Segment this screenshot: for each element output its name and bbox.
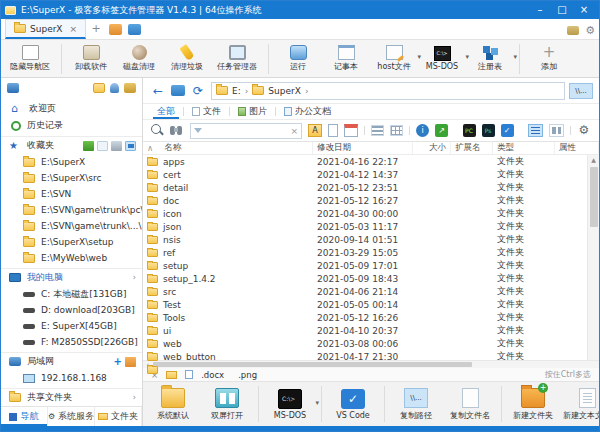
back-button[interactable]: ←: [149, 84, 167, 98]
file-row[interactable]: src2021-04-06 21:14文件夹: [143, 285, 587, 298]
paste-chip-icon[interactable]: [185, 370, 193, 379]
sidebar-section-lan[interactable]: 局域网+: [1, 352, 142, 370]
ribbon-button-hide-nav[interactable]: 隐藏导航区: [5, 41, 55, 77]
filter-input[interactable]: [205, 126, 287, 135]
scroll-up-icon[interactable]: ▲: [591, 155, 596, 165]
refresh-button[interactable]: ⟳: [189, 84, 207, 98]
filter-tab-all[interactable]: 全部: [153, 104, 179, 119]
breadcrumb-segment[interactable]: SuperX›: [252, 86, 308, 96]
new-tab-button[interactable]: +: [86, 19, 106, 39]
folder-snapshot-icon[interactable]: [128, 24, 141, 35]
list-view-icon[interactable]: [371, 125, 384, 136]
quick-button-copy-filename[interactable]: 复制文件名: [444, 383, 496, 425]
copy-icon[interactable]: [97, 141, 108, 151]
filter-tab-doc[interactable]: 文件: [188, 104, 225, 119]
sidebar-item[interactable]: E:\SVN\game\trunk\...\application: [1, 218, 142, 234]
breadcrumb-segment[interactable]: E:›: [216, 86, 248, 96]
ribbon-button-clean-junk[interactable]: 清理垃圾: [164, 41, 210, 77]
user-icon[interactable]: [110, 83, 119, 93]
tile-view-toggle[interactable]: [549, 124, 564, 137]
calendar-search-icon[interactable]: [344, 124, 358, 137]
sidebar-section-my-computer[interactable]: 我的电脑›: [1, 268, 142, 286]
chevron-right-icon[interactable]: ›: [305, 86, 309, 96]
quick-button-new-folder[interactable]: 新建文件夹: [507, 383, 559, 425]
file-row[interactable]: cert2021-04-12 14:37文件夹: [143, 168, 587, 181]
sidebar-item-history[interactable]: 历史记录: [1, 117, 142, 134]
sidebar-item[interactable]: D: download[203GB]: [1, 302, 142, 318]
computer-icon[interactable]: [7, 83, 19, 93]
ribbon-button-add[interactable]: +添加: [526, 41, 572, 77]
sidebar-tab-folders[interactable]: 文件夹: [95, 407, 142, 426]
file-row[interactable]: setup2021-05-09 17:01文件夹: [143, 259, 587, 272]
sidebar-tab-nav[interactable]: 导航: [1, 407, 48, 426]
file-link-icon[interactable]: [328, 124, 338, 137]
sidebar-item[interactable]: E:\SuperX: [1, 154, 142, 170]
sidebar-section-favorites[interactable]: ★收藏夹: [1, 136, 142, 154]
ribbon-button-disk-clean[interactable]: 磁盘清理: [116, 41, 162, 77]
quick-button-dual-screen[interactable]: 双屏打开: [201, 383, 253, 425]
sidebar-tab-services[interactable]: ⚙系统服务: [48, 407, 95, 426]
file-row[interactable]: web2021-03-08 00:06文件夹: [143, 337, 587, 350]
sidebar-item[interactable]: E:\SVN: [1, 186, 142, 202]
search-icon[interactable]: [151, 124, 164, 137]
folder-icon[interactable]: [93, 83, 105, 93]
column-header-attr[interactable]: 属性: [555, 142, 599, 154]
settings-gear-icon[interactable]: ⚙: [585, 25, 595, 36]
pycharm-icon[interactable]: PC: [463, 124, 476, 137]
binoculars-icon[interactable]: [170, 124, 184, 137]
sidebar-item[interactable]: C: 本地磁盘[131GB]: [1, 286, 142, 302]
sidebar-item[interactable]: F: M2850SSD[226GB]: [1, 334, 142, 350]
folder-green-icon[interactable]: [83, 141, 94, 151]
vertical-scrollbar[interactable]: ▲: [587, 155, 599, 360]
ribbon-button-task-manager[interactable]: 任务管理器: [212, 41, 262, 77]
file-row[interactable]: setup_1.4.22021-05-09 18:43文件夹: [143, 272, 587, 285]
file-row[interactable]: Tools2021-05-12 16:26文件夹: [143, 311, 587, 324]
photoshop-icon[interactable]: Ps: [482, 124, 495, 137]
grid-view-icon[interactable]: [390, 125, 403, 136]
settings-gear-icon[interactable]: ⚙: [577, 124, 591, 137]
quick-button-msdos-big[interactable]: C:\>MS-DOS▾: [264, 383, 316, 425]
vscode-icon[interactable]: ✓: [501, 124, 514, 137]
sidebar-item[interactable]: 192.168.1.168: [1, 370, 142, 386]
file-row[interactable]: ref2021-03-29 15:05文件夹: [143, 246, 587, 259]
title-bar[interactable]: E:\SuperX - 极客多标签文件管理器 V1.4.3 | 64位操作系统 …: [1, 1, 599, 19]
ribbon-button-registry[interactable]: 注册表▾: [467, 41, 513, 77]
pc-small-icon[interactable]: [111, 141, 122, 151]
horizontal-scrollbar[interactable]: ‹: [143, 360, 599, 368]
clear-filter-icon[interactable]: ×: [290, 126, 298, 136]
ribbon-button-uninstall[interactable]: 卸载软件: [68, 41, 114, 77]
chevron-icon[interactable]: ›: [133, 273, 136, 283]
sidebar-item[interactable]: E:\MyWeb\web: [1, 250, 142, 266]
maximize-button[interactable]: □: [551, 1, 573, 19]
extension-chip[interactable]: .docx: [201, 370, 224, 380]
monitor-active-icon[interactable]: [125, 141, 136, 151]
file-row[interactable]: apps2021-04-16 22:17文件夹: [143, 155, 587, 168]
folder-up-icon[interactable]: [171, 85, 185, 96]
quick-button-copy-path[interactable]: \\...复制路径: [390, 383, 442, 425]
filter-tab-image[interactable]: 图片: [234, 104, 271, 119]
column-header-date[interactable]: 修改日期: [313, 142, 413, 154]
tab-close-icon[interactable]: ×: [70, 24, 78, 34]
extension-chip[interactable]: .png: [238, 370, 257, 380]
detail-view-toggle-active[interactable]: [528, 124, 543, 137]
sidebar-item[interactable]: E:\SVN\game\trunk\pc\SuperX: [1, 202, 142, 218]
column-header-ext[interactable]: 扩展名: [451, 142, 493, 154]
sidebar-item[interactable]: E:\SuperX\setup: [1, 234, 142, 250]
sidebar-item[interactable]: E:\SuperX\src: [1, 170, 142, 186]
plus-icon[interactable]: +: [114, 357, 122, 367]
ribbon-button-msdos[interactable]: C:\>MS-DOS▾: [419, 41, 465, 77]
column-header-name[interactable]: ∧ 名称: [143, 142, 313, 154]
breadcrumb[interactable]: E:›SuperX›: [211, 82, 565, 100]
sidebar-section-shared-folders[interactable]: 共享文件夹›: [1, 388, 142, 406]
column-header-size[interactable]: 大小: [413, 142, 451, 154]
chevron-icon[interactable]: ›: [133, 393, 136, 403]
file-row[interactable]: detail2021-05-12 23:51文件夹: [143, 181, 587, 194]
info-icon[interactable]: i: [416, 124, 429, 137]
file-row[interactable]: icon2021-04-30 00:00文件夹: [143, 207, 587, 220]
file-row[interactable]: doc2021-05-12 16:27文件夹: [143, 194, 587, 207]
copy-path-mini-button[interactable]: \\...: [569, 83, 593, 99]
column-header-type[interactable]: 类型: [493, 142, 555, 154]
file-row[interactable]: nsis2020-09-14 01:51文件夹: [143, 233, 587, 246]
tab-superx[interactable]: SuperX ×: [5, 19, 86, 39]
ribbon-button-notepad[interactable]: 记事本: [323, 41, 369, 77]
